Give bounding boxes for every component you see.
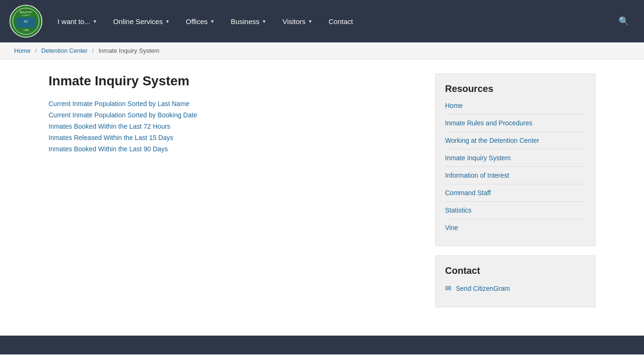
chevron-down-icon: ▼ bbox=[308, 19, 313, 24]
svg-text:BEAUFORT: BEAUFORT bbox=[19, 11, 32, 14]
list-item: ✉ Send CitizenGram bbox=[445, 284, 586, 297]
resource-link-rules[interactable]: Inmate Rules and Procedures bbox=[445, 119, 532, 127]
nav-item-business[interactable]: Business ▼ bbox=[225, 14, 272, 29]
search-button[interactable]: 🔍 bbox=[613, 12, 635, 30]
nav-item-onlineservices[interactable]: Online Services ▼ bbox=[107, 14, 175, 29]
resource-link-inquiry[interactable]: Inmate Inquiry System bbox=[445, 154, 511, 162]
list-item: Inmates Released Within the Last 15 Days bbox=[49, 134, 416, 141]
list-item: Inmate Rules and Procedures bbox=[445, 114, 586, 132]
inmate-link-5[interactable]: Inmates Booked Within the Last 90 Days bbox=[49, 145, 168, 153]
breadcrumb-parent[interactable]: Detention Center bbox=[41, 47, 88, 54]
list-item: Working at the Detention Center bbox=[445, 132, 586, 149]
svg-text:SC: SC bbox=[24, 20, 28, 23]
resource-link-working[interactable]: Working at the Detention Center bbox=[445, 137, 539, 144]
list-item: Inmates Booked Within the Last 72 Hours bbox=[49, 123, 416, 130]
nav-item-offices[interactable]: Offices ▼ bbox=[180, 14, 220, 29]
list-item: Information of Interest bbox=[445, 166, 586, 184]
inquiry-link-list: Current Inmate Population Sorted by Last… bbox=[49, 100, 416, 153]
footer bbox=[0, 336, 644, 354]
citizengram-link[interactable]: Send CitizenGram bbox=[456, 285, 510, 292]
chevron-down-icon: ▼ bbox=[210, 19, 215, 24]
inmate-link-4[interactable]: Inmates Released Within the Last 15 Days bbox=[49, 134, 173, 141]
list-item: Current Inmate Population Sorted by Last… bbox=[49, 100, 416, 107]
main-container: Inmate Inquiry System Current Inmate Pop… bbox=[39, 74, 605, 317]
content-area: Inmate Inquiry System Current Inmate Pop… bbox=[49, 74, 416, 317]
sidebar: Resources Home Inmate Rules and Procedur… bbox=[435, 74, 595, 317]
search-icon: 🔍 bbox=[619, 16, 629, 26]
resource-link-statistics[interactable]: Statistics bbox=[445, 206, 471, 214]
list-item: Home bbox=[445, 102, 586, 114]
contact-box: Contact ✉ Send CitizenGram bbox=[435, 255, 595, 307]
list-item: Inmate Inquiry System bbox=[445, 149, 586, 166]
resources-box: Resources Home Inmate Rules and Procedur… bbox=[435, 74, 595, 246]
contact-title: Contact bbox=[445, 265, 586, 276]
inmate-link-3[interactable]: Inmates Booked Within the Last 72 Hours bbox=[49, 123, 170, 130]
breadcrumb-separator: / bbox=[92, 47, 94, 54]
chevron-down-icon: ▼ bbox=[165, 19, 170, 24]
chevron-down-icon: ▼ bbox=[262, 19, 266, 24]
resource-link-home[interactable]: Home bbox=[445, 102, 462, 109]
navbar: BEAUFORT COUNTY SC 1789 I want to... ▼ O… bbox=[0, 0, 644, 42]
svg-text:COUNTY: COUNTY bbox=[22, 14, 30, 16]
list-item: Statistics bbox=[445, 201, 586, 219]
list-item: Current Inmate Population Sorted by Book… bbox=[49, 111, 416, 119]
resource-link-vine[interactable]: Vine bbox=[445, 224, 458, 231]
inmate-link-1[interactable]: Current Inmate Population Sorted by Last… bbox=[49, 100, 190, 107]
inmate-link-2[interactable]: Current Inmate Population Sorted by Book… bbox=[49, 111, 197, 119]
resources-link-list: Home Inmate Rules and Procedures Working… bbox=[445, 102, 586, 236]
resource-link-command[interactable]: Command Staff bbox=[445, 189, 491, 197]
breadcrumb-separator: / bbox=[35, 47, 37, 54]
list-item: Command Staff bbox=[445, 184, 586, 201]
breadcrumb-home[interactable]: Home bbox=[14, 47, 31, 54]
nav-item-contact[interactable]: Contact bbox=[323, 14, 359, 29]
list-item: Vine bbox=[445, 219, 586, 236]
nav-item-iwantto[interactable]: I want to... ▼ bbox=[52, 14, 103, 29]
site-logo[interactable]: BEAUFORT COUNTY SC 1789 bbox=[9, 5, 42, 38]
svg-text:1789: 1789 bbox=[23, 29, 28, 32]
mail-icon: ✉ bbox=[445, 284, 451, 293]
page-title: Inmate Inquiry System bbox=[49, 74, 416, 89]
breadcrumb: Home / Detention Center / Inmate Inquiry… bbox=[0, 42, 644, 59]
resources-title: Resources bbox=[445, 83, 586, 94]
resource-link-info[interactable]: Information of Interest bbox=[445, 172, 509, 179]
chevron-down-icon: ▼ bbox=[92, 19, 97, 24]
list-item: Inmates Booked Within the Last 90 Days bbox=[49, 145, 416, 153]
breadcrumb-current: Inmate Inquiry System bbox=[99, 47, 159, 54]
nav-item-visitors[interactable]: Visitors ▼ bbox=[277, 14, 318, 29]
contact-link-list: ✉ Send CitizenGram bbox=[445, 284, 586, 297]
nav-menu: I want to... ▼ Online Services ▼ Offices… bbox=[52, 12, 635, 30]
